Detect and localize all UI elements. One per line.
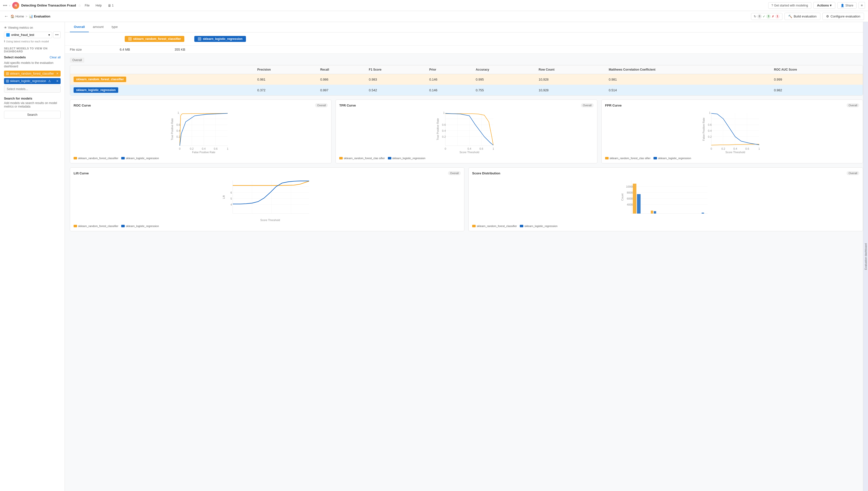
svg-text:1: 1 <box>492 147 494 150</box>
dataset-more-button[interactable]: ••• <box>53 31 61 38</box>
models-header-row: sklearn_random_forest_classifier sklearn… <box>65 32 868 46</box>
sidebar: 👁 Viewing metrics on online_fraud_test ▾… <box>0 22 65 491</box>
tpr-legend-dot-orange <box>339 157 343 160</box>
chart-tpr: TPR Curve Overall 1 <box>335 99 597 164</box>
sidebar-dataset-section: 👁 Viewing metrics on online_fraud_test ▾… <box>4 26 61 43</box>
status-x: 1 <box>775 14 780 19</box>
back-button[interactable]: ← <box>4 14 8 19</box>
rowcount-1: 10,928 <box>535 74 605 85</box>
svg-text:0.2: 0.2 <box>721 147 725 150</box>
breadcrumb-arrow: › <box>9 3 10 7</box>
menu-dots[interactable]: ••• <box>3 3 7 8</box>
model1-header-icon <box>128 37 132 41</box>
clear-all-button[interactable]: Clear all <box>50 56 61 59</box>
roc-title: ROC Curve <box>73 104 91 107</box>
file-size-row: File size 6.4 MB 355 KB <box>65 46 868 54</box>
main-layout: 👁 Viewing metrics on online_fraud_test ▾… <box>0 22 868 491</box>
roc-legend-label2: sklearn_logistic_regression <box>126 157 159 160</box>
search-button[interactable]: Search <box>4 111 61 118</box>
fpr-legend-label2: sklearn_logistic_regression <box>658 157 691 160</box>
top-bar-menus: File Help 🖥1 <box>83 3 115 8</box>
lift-legend-blue: sklearn_logistic_regression <box>121 225 159 228</box>
chart-roc: ROC Curve Overall <box>70 99 331 164</box>
info-icon: ℹ <box>4 40 5 43</box>
roc-badge: Overall <box>315 103 328 107</box>
lift-legend-dot-blue <box>121 225 125 227</box>
f1-1: 0.983 <box>365 74 426 85</box>
sidebar-search-section: Search for models Add models via search … <box>4 96 61 118</box>
file-size-val2: 355 KB <box>175 48 185 51</box>
score-dist-legend-blue: sklearn_logistic_regression <box>520 225 558 228</box>
svg-rect-86 <box>651 210 653 213</box>
svg-text:Score Threshold: Score Threshold <box>260 219 280 222</box>
score-dist-label1: sklearn_random_forest_classifier <box>477 225 517 228</box>
right-panel[interactable]: Evaluation dashboard <box>863 22 868 491</box>
lift-legend-orange: sklearn_random_forest_classifier <box>73 225 118 228</box>
lift-svg: 4 5 6 Lift Score Threshold <box>73 178 461 223</box>
svg-text:1: 1 <box>178 111 179 114</box>
share-button[interactable]: 👤 Share <box>837 2 857 9</box>
model2-remove-icon[interactable]: ✕ <box>56 79 59 83</box>
metrics-table-container: Precision Recall F1 Score Prior Accuracy… <box>70 65 863 95</box>
tpr-legend: sklearn_random_forest_clas sifier sklear… <box>339 157 593 160</box>
share-icon: 👤 <box>841 4 844 7</box>
status-check: 3 <box>766 14 771 19</box>
charts-row1: ROC Curve Overall <box>65 99 868 167</box>
hamburger-menu-button[interactable]: ≡ <box>859 2 865 9</box>
configure-evaluation-button[interactable]: ⚙ Configure evaluation <box>822 13 864 20</box>
fpr-header: FPR Curve Overall <box>605 103 859 107</box>
help-menu[interactable]: Help <box>94 3 103 8</box>
model2-badge: sklearn_logistic_regression <box>73 87 118 93</box>
lift-title: Lift Curve <box>73 171 89 175</box>
evaluation-icon: 📊 <box>29 15 33 18</box>
top-bar-right: ? Get started with modeling Actions ▾ 👤 … <box>768 2 865 9</box>
dataset-selector-button[interactable]: online_fraud_test ▾ <box>4 32 52 38</box>
spinner-icon: ↻ <box>754 15 756 18</box>
svg-rect-87 <box>654 211 656 213</box>
build-evaluation-button[interactable]: 🔨 Build evaluation <box>784 13 820 20</box>
score-dist-dot-orange <box>472 225 476 227</box>
model1-header-chip: sklearn_random_forest_classifier <box>125 36 184 42</box>
svg-text:1: 1 <box>443 111 445 114</box>
col-roc-auc: ROC AUC Score <box>771 65 863 74</box>
content-area: Overall amount type sklearn_random_fores… <box>65 22 868 491</box>
file-size-label: File size <box>70 48 120 51</box>
rowcount-2: 10,928 <box>535 85 605 95</box>
lift-chart-area: 4 5 6 Lift Score Threshold <box>73 178 461 223</box>
model2-header-label: sklearn_logistic_regression <box>203 37 242 41</box>
model2-header-chip: sklearn_logistic_regression <box>194 36 246 42</box>
tpr-header: TPR Curve Overall <box>339 103 593 107</box>
viewing-label: 👁 Viewing metrics on <box>4 26 61 29</box>
status-badge-group: ↻ 0 ✓ 3 ✗ 1 <box>751 13 782 20</box>
fpr-svg: 1 0.6 0.4 0.2 0 0.2 0.4 0.6 1 False Posi… <box>605 110 859 155</box>
tpr-badge: Overall <box>581 103 594 107</box>
svg-text:6000: 6000 <box>627 197 633 200</box>
chevron-icon: ▾ <box>49 33 50 37</box>
tab-amount[interactable]: amount <box>89 22 108 32</box>
dataset-selector: online_fraud_test ▾ ••• <box>4 31 61 38</box>
col-recall: Recall <box>317 65 365 74</box>
svg-text:True Positive Rate: True Positive Rate <box>437 118 440 140</box>
lift-legend-label2: sklearn_logistic_regression <box>126 225 159 228</box>
tab-type[interactable]: type <box>108 22 122 32</box>
star-icon[interactable]: ☆ <box>78 3 81 7</box>
svg-text:0.4: 0.4 <box>176 129 180 132</box>
home-link[interactable]: 🏠 Home <box>10 15 24 18</box>
lift-badge: Overall <box>448 171 461 175</box>
svg-text:0.6: 0.6 <box>442 123 446 126</box>
get-started-button[interactable]: ? Get started with modeling <box>768 2 811 9</box>
actions-button[interactable]: Actions ▾ <box>813 2 836 9</box>
select-models-desc: Add specific models to the evaluation da… <box>4 61 61 68</box>
roc-legend-blue: sklearn_logistic_regression <box>121 157 159 160</box>
chart-fpr: FPR Curve Overall 1 <box>601 99 863 164</box>
file-menu[interactable]: File <box>83 3 91 8</box>
model1-remove-icon[interactable]: ✕ <box>56 72 59 75</box>
model-select-input[interactable] <box>4 86 61 92</box>
lift-header: Lift Curve Overall <box>73 171 461 175</box>
model1-cell: sklearn_random_forest_classifier <box>70 74 254 85</box>
svg-text:0.4: 0.4 <box>202 147 206 150</box>
tab-overall[interactable]: Overall <box>70 22 89 32</box>
model-tag-blue: sklearn_logistic_regression ⚠ ✕ <box>4 78 61 84</box>
configure-icon: ⚙ <box>826 15 829 18</box>
svg-text:0.6: 0.6 <box>479 147 483 150</box>
